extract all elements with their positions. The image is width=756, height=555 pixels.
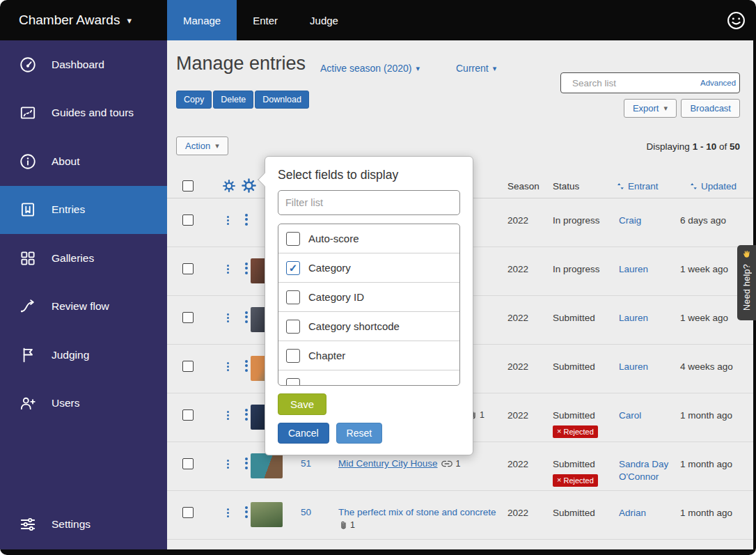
select-all-checkbox[interactable]: [182, 180, 194, 191]
row-drag-handle-icon[interactable]: [245, 309, 248, 325]
field-label: Category shortcode: [308, 320, 400, 332]
entry-thumbnail[interactable]: [251, 453, 283, 478]
updated-cell: 1 month ago: [680, 458, 740, 471]
cancel-button[interactable]: Cancel: [278, 423, 329, 444]
row-checkbox[interactable]: [182, 458, 194, 469]
need-help-tab[interactable]: Need help?: [737, 245, 756, 320]
sidebar-item-entries[interactable]: Entries: [0, 186, 167, 235]
field-option-category-shortcode[interactable]: Category shortcode: [278, 312, 459, 341]
export-dropdown-button[interactable]: Export ▾: [624, 99, 677, 118]
sidebar-item-dashboard[interactable]: Dashboard: [0, 40, 167, 89]
row-checkbox[interactable]: [182, 361, 194, 372]
delete-button[interactable]: Delete: [213, 91, 253, 109]
entrant-link[interactable]: Lauren: [619, 312, 683, 325]
status-cell: In progress: [553, 214, 619, 227]
copy-button[interactable]: Copy: [176, 91, 212, 109]
displaying-summary: Displaying 1 - 10 of 50: [647, 141, 740, 152]
sidebar-item-about[interactable]: About: [0, 137, 167, 186]
sidebar-item-galleries[interactable]: Galleries: [0, 234, 167, 283]
smiley-account-icon[interactable]: [727, 11, 746, 30]
tab-judge[interactable]: Judge: [294, 0, 354, 40]
row-menu-icon[interactable]: [227, 361, 229, 373]
reset-button[interactable]: Reset: [336, 423, 383, 444]
row-menu-icon[interactable]: [227, 263, 229, 275]
row-checkbox[interactable]: [182, 507, 194, 518]
field-checkbox[interactable]: [286, 232, 300, 246]
row-menu-icon[interactable]: [227, 507, 229, 519]
row-checkbox[interactable]: [182, 214, 194, 226]
column-header-entrant[interactable]: Entrant: [616, 181, 659, 191]
row-drag-handle-icon[interactable]: [245, 212, 248, 227]
action-dropdown-button[interactable]: Action ▾: [176, 136, 228, 155]
chevron-down-icon: ▾: [416, 64, 420, 73]
sidebar-item-judging[interactable]: Judging: [0, 331, 167, 380]
state-filter-dropdown[interactable]: Current ▾: [456, 63, 496, 74]
row-drag-handle-icon[interactable]: [245, 455, 248, 471]
info-icon: [19, 153, 37, 171]
search-input[interactable]: [572, 78, 695, 88]
season-cell: 2022: [507, 312, 528, 325]
entry-title-link[interactable]: The perfect mix of stone and concrete 1: [338, 507, 502, 530]
row-drag-handle-icon[interactable]: [245, 407, 248, 422]
fields-gear-icon[interactable]: [241, 178, 257, 194]
field-option-chapter[interactable]: Chapter: [278, 341, 459, 370]
row-menu-icon[interactable]: [227, 458, 229, 470]
sidebar: Dashboard Guides and tours About Entries…: [0, 40, 167, 549]
row-drag-handle-icon[interactable]: [245, 260, 248, 276]
field-option-auto-score[interactable]: Auto-score: [278, 224, 459, 253]
row-menu-icon[interactable]: [227, 214, 229, 226]
row-menu-icon[interactable]: [227, 409, 229, 421]
entrant-link[interactable]: Lauren: [619, 263, 683, 276]
sidebar-item-review-flow[interactable]: Review flow: [0, 283, 167, 331]
sidebar-item-users[interactable]: Users: [0, 380, 167, 428]
field-checkbox[interactable]: [286, 290, 300, 304]
row-menu-icon[interactable]: [227, 312, 229, 324]
advanced-search-link[interactable]: Advanced: [700, 79, 736, 87]
row-drag-handle-icon[interactable]: [245, 358, 248, 373]
broadcast-button[interactable]: Broadcast: [681, 99, 740, 118]
field-option-category[interactable]: Category: [278, 253, 459, 283]
dashboard-icon: [19, 56, 37, 74]
updated-cell: 4 weeks ago: [680, 361, 740, 373]
brand-menu[interactable]: Chamber Awards ▾: [0, 0, 167, 40]
row-checkbox[interactable]: [182, 409, 194, 421]
entry-id-link[interactable]: 51: [301, 458, 311, 469]
sidebar-item-settings[interactable]: Settings: [0, 501, 167, 548]
field-option-category-id[interactable]: Category ID: [278, 283, 459, 312]
column-header-updated[interactable]: Updated: [689, 181, 737, 191]
sidebar-item-label: Guides and tours: [52, 107, 134, 119]
row-checkbox[interactable]: [182, 263, 194, 274]
updated-cell: 6 days ago: [680, 214, 740, 227]
sort-icon: [689, 182, 698, 191]
entrant-link[interactable]: Lauren: [619, 361, 683, 373]
entry-thumbnail[interactable]: [251, 502, 283, 527]
sidebar-item-guides-and-tours[interactable]: Guides and tours: [0, 89, 167, 138]
row-checkbox[interactable]: [182, 312, 194, 323]
field-checkbox[interactable]: [286, 378, 300, 386]
field-option-partial[interactable]: [278, 370, 459, 386]
chevron-down-icon: ▾: [663, 104, 668, 113]
chevron-down-icon: ▾: [215, 141, 219, 150]
tab-manage[interactable]: Manage: [167, 0, 237, 40]
season-filter-dropdown[interactable]: Active season (2020) ▾: [320, 63, 420, 74]
row-drag-handle-icon[interactable]: [245, 504, 248, 519]
entrant-link[interactable]: Sandra Day O'Connor: [619, 458, 683, 483]
entry-title-link[interactable]: Mid Century City House 1: [338, 458, 502, 469]
gear-icon[interactable]: [222, 179, 236, 193]
field-checkbox[interactable]: [286, 349, 300, 363]
save-button[interactable]: Save: [278, 393, 326, 415]
entrant-link[interactable]: Adrian: [619, 507, 683, 519]
download-button[interactable]: Download: [255, 91, 309, 109]
field-checkbox[interactable]: [286, 261, 300, 275]
rejected-badge: ×Rejected: [553, 425, 598, 438]
sidebar-item-label: Users: [52, 397, 79, 409]
entrant-link[interactable]: Craig: [619, 214, 683, 227]
entrant-link[interactable]: Carol: [619, 409, 683, 422]
sidebar-item-label: Entries: [52, 203, 85, 216]
entry-id-link[interactable]: 50: [301, 507, 311, 517]
field-filter-input[interactable]: [278, 190, 460, 215]
grid-icon: [19, 249, 37, 267]
tab-enter[interactable]: Enter: [237, 0, 294, 40]
brand-label: Chamber Awards: [19, 13, 120, 28]
field-checkbox[interactable]: [286, 320, 300, 334]
